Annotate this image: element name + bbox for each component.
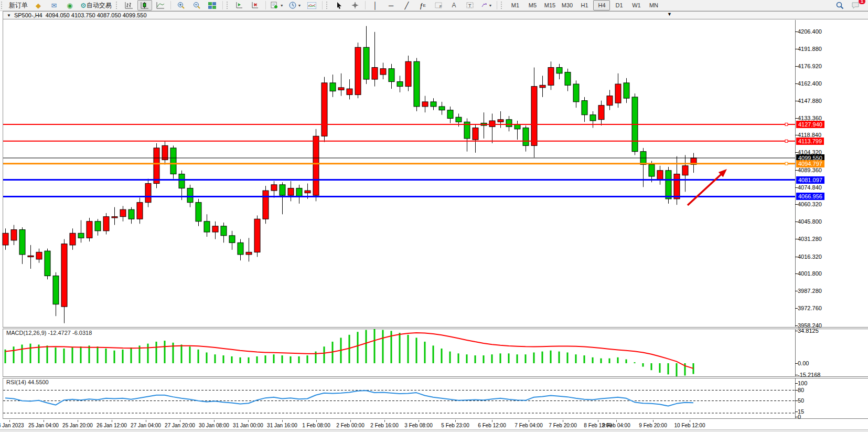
price-tick-label: 4147.880	[798, 98, 822, 104]
text-label-icon[interactable]: T	[463, 0, 477, 10]
metaeditor-icon[interactable]: ✉	[47, 0, 61, 10]
rsi-panel-canvas[interactable]	[0, 378, 795, 418]
timeframe-M30[interactable]: M30	[559, 0, 575, 10]
rsi-tick-label: 80	[798, 387, 804, 393]
arrows-objects-icon[interactable]: ▼	[478, 0, 495, 10]
time-tick-label: 3 Feb 08:00	[404, 423, 432, 428]
time-tick-label: 6 Feb 12:00	[478, 423, 506, 428]
timeframe-W1[interactable]: W1	[628, 0, 645, 10]
cursor-icon[interactable]	[332, 0, 347, 10]
timeframe-M5[interactable]: M5	[524, 0, 541, 10]
time-tick-label: 25 Jan 04:00	[28, 423, 59, 428]
svg-text:F: F	[440, 5, 442, 8]
vertical-line-icon[interactable]: │	[368, 0, 383, 10]
price-line-label-4094.797: 4094.797	[796, 160, 824, 167]
bar-chart-icon[interactable]	[122, 0, 136, 10]
indicators-icon[interactable]	[305, 0, 319, 10]
equidistant-channel-icon[interactable]: F	[431, 0, 446, 10]
chart-window-titlebar[interactable]: ▼ SP500-,H4 4094.050 4103.750 4087.050 4…	[3, 11, 868, 19]
time-tick	[78, 420, 78, 422]
time-tick-label: 30 Jan 08:00	[199, 423, 229, 428]
time-tick-label: 25 Jan 20:00	[62, 423, 93, 428]
time-tick	[563, 420, 563, 422]
chart-shift-icon[interactable]	[248, 0, 263, 10]
time-tick-label: 1 Feb 08:00	[302, 423, 330, 428]
time-tick-label: 2 Feb 16:00	[370, 423, 398, 428]
timeframe-M15[interactable]: M15	[541, 0, 558, 10]
time-tick	[492, 420, 492, 422]
price-line-label-4081.097: 4081.097	[796, 176, 824, 184]
time-tick-label: 31 Jan 16:00	[267, 423, 297, 428]
profiles-clock-button[interactable]: ▼	[287, 0, 304, 10]
time-tick	[384, 420, 385, 422]
time-tick-label: 7 Feb 04:00	[515, 423, 542, 428]
trendline-icon[interactable]: ╱	[400, 0, 414, 10]
auto-scroll-icon[interactable]	[232, 0, 247, 10]
toolbar-grip[interactable]	[1, 2, 5, 9]
price-tick-label: 4176.920	[798, 63, 822, 69]
crosshair-icon[interactable]	[348, 0, 362, 10]
signals-icon[interactable]: ◉	[62, 0, 77, 10]
price-tick-label: 4162.400	[798, 80, 822, 87]
chart-shift-marker[interactable]: ▼	[667, 12, 672, 17]
time-tick	[419, 420, 419, 422]
time-tick	[146, 420, 146, 422]
timeframe-H1[interactable]: H1	[576, 0, 593, 10]
fibonacci-icon[interactable]: ƒE	[415, 0, 430, 10]
time-tick	[690, 420, 690, 422]
price-tick-label: 4133.360	[798, 115, 822, 121]
price-line-label-4066.956: 4066.956	[796, 193, 824, 200]
price-tick-label: 4060.320	[798, 201, 822, 207]
toolbar-grip[interactable]	[501, 2, 505, 9]
price-chart-canvas[interactable]	[0, 20, 795, 327]
chart-title: SP500-,H4 4094.050 4103.750 4087.050 409…	[14, 12, 147, 18]
tile-windows-icon[interactable]	[205, 0, 220, 10]
timeframe-M1[interactable]: M1	[507, 0, 523, 10]
time-tick	[653, 420, 653, 422]
new-order-button[interactable]: 新订单	[7, 0, 30, 10]
price-tick-label: 3987.280	[798, 288, 822, 294]
horizontal-line-icon[interactable]: ─	[384, 0, 399, 10]
time-tick	[350, 420, 351, 422]
macd-panel-canvas[interactable]	[0, 329, 795, 376]
zoom-out-icon[interactable]	[189, 0, 204, 10]
price-tick-label: 4074.840	[798, 184, 822, 191]
timeframe-MN[interactable]: MN	[645, 0, 662, 10]
time-tick	[282, 420, 283, 422]
chart-menu-icon[interactable]: ▼	[7, 13, 11, 18]
candlestick-chart-icon[interactable]	[137, 0, 152, 10]
new-chart-button[interactable]: ▼	[269, 0, 286, 10]
rsi-indicator-label: RSI(14) 44.5500	[6, 379, 49, 385]
price-tick-label: 3972.760	[798, 305, 822, 311]
autotrading-button[interactable]: ⚙ 自动交易	[78, 0, 114, 10]
window-bottom-strip	[0, 429, 868, 432]
zoom-in-icon[interactable]	[174, 0, 188, 10]
text-icon[interactable]: A	[447, 0, 462, 10]
price-tick-label: 4191.880	[798, 46, 822, 52]
timeframe-H4[interactable]: H4	[593, 0, 610, 10]
toolbar-grip[interactable]	[326, 2, 330, 9]
time-tick	[616, 420, 617, 422]
time-tick	[316, 420, 317, 422]
toolbar-grip[interactable]	[227, 2, 230, 9]
time-tick-label: 9 Feb 04:00	[602, 423, 630, 428]
rsi-value: 44.5500	[28, 379, 49, 385]
time-tick-label: 27 Jan 04:00	[131, 423, 161, 428]
macd-tick-label: 34.8125	[798, 328, 819, 334]
price-tick-label: 4001.800	[798, 270, 822, 277]
rsi-tick-label: 100	[798, 380, 807, 386]
time-tick-label: 7 Feb 20:00	[549, 423, 576, 428]
macd-tick-label: 0.00	[798, 360, 809, 366]
toolbar-grip[interactable]	[116, 2, 120, 9]
new-order-label: 新订单	[9, 1, 28, 10]
search-icon[interactable]	[832, 0, 847, 10]
metaquotes-icon[interactable]: ◆	[31, 0, 46, 10]
line-chart-icon[interactable]	[153, 0, 168, 10]
price-line-label-4113.799: 4113.799	[796, 138, 824, 145]
timeframe-D1[interactable]: D1	[610, 0, 627, 10]
macd-indicator-label: MACD(12,26,9) -12.4727 -6.0318	[6, 330, 92, 336]
chat-button[interactable]: 1	[848, 0, 863, 10]
time-tick	[529, 420, 529, 422]
time-tick	[248, 420, 249, 422]
chart-symbol-period: SP500-,H4	[14, 12, 42, 18]
